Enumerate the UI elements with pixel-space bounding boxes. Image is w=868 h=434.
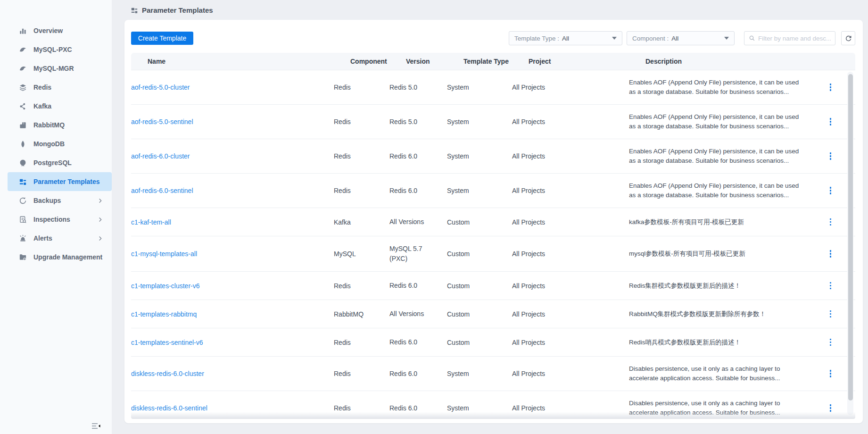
sidebar-menu: Overview MySQL-PXC MySQL-MGR Redis [0, 0, 112, 267]
kafka-icon [19, 102, 27, 110]
create-template-button[interactable]: Create Template [131, 32, 193, 45]
inspection-icon [19, 216, 27, 224]
caret-down-icon [612, 37, 617, 40]
component-cell: Redis [334, 282, 389, 290]
component-cell: MySQL [334, 250, 389, 258]
sidebar-item[interactable]: PostgreSQL [8, 153, 112, 172]
description-cell: Enables AOF (Append Only File) persisten… [629, 181, 806, 200]
component-cell: Redis [334, 187, 389, 194]
sidebar-item[interactable]: Parameter Templates [8, 172, 112, 191]
sidebar-item[interactable]: MySQL-MGR [8, 59, 112, 78]
component-cell: RabbitMQ [334, 310, 389, 318]
search-box [744, 31, 835, 45]
table-row: aof-redis-5.0-cluster Redis Redis 5.0 Sy… [131, 70, 855, 104]
template-name-link[interactable]: aof-redis-6.0-sentinel [131, 187, 193, 194]
description-cell: kafka参数模板-所有项目可用-模板已更新 [629, 217, 806, 227]
refresh-button[interactable] [841, 31, 855, 45]
row-actions-button[interactable] [826, 116, 835, 128]
row-actions-button[interactable] [826, 248, 835, 260]
vertical-scrollbar-thumb[interactable] [848, 74, 853, 401]
table-row: c1-kaf-tem-all Kafka All Versions Custom… [131, 208, 855, 236]
table-body: aof-redis-5.0-cluster Redis Redis 5.0 Sy… [131, 70, 855, 419]
template-name-link[interactable]: aof-redis-5.0-cluster [131, 83, 190, 91]
sidebar-item-label: PostgreSQL [33, 158, 72, 167]
row-actions-button[interactable] [826, 402, 835, 414]
table-row: c1-templates-rabbitmq RabbitMQ All Versi… [131, 300, 855, 328]
version-cell: All Versions [389, 309, 447, 319]
project-cell: All Projects [512, 282, 629, 290]
sidebar-item[interactable]: Redis [8, 78, 112, 97]
redis-icon [19, 83, 27, 92]
row-actions-button[interactable] [826, 308, 835, 320]
column-header-project: Project [529, 58, 645, 65]
caret-down-icon [724, 37, 729, 40]
row-actions-button[interactable] [826, 184, 835, 197]
mongodb-icon [19, 140, 27, 148]
row-actions-button[interactable] [826, 150, 835, 162]
template-type-cell: Custom [447, 310, 512, 318]
sidebar-item-label: Overview [33, 26, 63, 35]
template-type-cell: System [447, 118, 512, 125]
column-header-name: Name [148, 58, 350, 65]
chevron-right-icon [97, 235, 103, 242]
template-name-link[interactable]: diskless-redis-6.0-sentinel [131, 404, 207, 412]
vertical-scrollbar-track[interactable] [847, 72, 853, 415]
sidebar-item[interactable]: Upgrade Management [8, 248, 112, 267]
refresh-icon [845, 35, 852, 42]
breadcrumb: Parameter Templates [131, 6, 213, 14]
version-cell: All Versions [389, 217, 447, 227]
sidebar-item-label: Inspections [33, 215, 70, 224]
template-name-link[interactable]: c1-templates-sentinel-v6 [131, 339, 203, 346]
version-cell: MySQL 5.7 (PXC) [389, 244, 447, 264]
template-name-link[interactable]: diskless-redis-6.0-cluster [131, 370, 204, 377]
backup-icon [19, 197, 27, 205]
template-name-link[interactable]: aof-redis-5.0-sentinel [131, 118, 193, 125]
table-row: aof-redis-6.0-cluster Redis Redis 6.0 Sy… [131, 139, 855, 173]
template-name-link[interactable]: c1-templates-rabbitmq [131, 310, 197, 318]
sidebar-item[interactable]: Alerts [8, 229, 112, 248]
project-cell: All Projects [512, 218, 629, 226]
template-name-link[interactable]: c1-templates-cluster-v6 [131, 282, 200, 290]
row-actions-button[interactable] [826, 280, 835, 292]
component-cell: Redis [334, 118, 389, 125]
component-filter-dropdown[interactable]: Component : All [627, 31, 735, 45]
sidebar-item[interactable]: Kafka [8, 97, 112, 116]
project-cell: All Projects [512, 118, 629, 125]
sidebar-collapse-button[interactable] [91, 423, 103, 431]
component-cell: Redis [334, 404, 389, 412]
version-cell: Redis 6.0 [389, 151, 447, 161]
sidebar-item[interactable]: MySQL-PXC [8, 40, 112, 59]
chevron-right-icon [97, 198, 103, 204]
template-name-link[interactable]: aof-redis-6.0-cluster [131, 152, 190, 160]
postgres-icon [19, 159, 27, 167]
row-actions-button[interactable] [826, 216, 835, 228]
sidebar-item-label: Parameter Templates [33, 177, 100, 186]
row-actions-button[interactable] [826, 81, 835, 93]
row-actions-button[interactable] [826, 367, 835, 380]
rabbitmq-icon [19, 121, 27, 129]
template-type-cell: Custom [447, 282, 512, 290]
template-name-link[interactable]: c1-kaf-tem-all [131, 218, 171, 226]
description-cell: RabbitMQ集群模式参数模版更新删除所有参数！ [629, 309, 806, 319]
upgrade-icon [19, 253, 27, 261]
sidebar-item[interactable]: MongoDB [8, 134, 112, 153]
sidebar-item[interactable]: Overview [8, 21, 112, 40]
project-cell: All Projects [512, 152, 629, 160]
chevron-right-icon [97, 217, 103, 223]
version-cell: Redis 6.0 [389, 369, 447, 379]
content-card: Create Template Template Type : All Comp… [124, 20, 863, 423]
sidebar-item[interactable]: RabbitMQ [8, 116, 112, 134]
sidebar: Overview MySQL-PXC MySQL-MGR Redis [0, 0, 112, 434]
sidebar-item-label: Alerts [33, 234, 52, 243]
template-name-link[interactable]: c1-mysql-templates-all [131, 250, 197, 258]
row-actions-button[interactable] [826, 336, 835, 349]
sidebar-item[interactable]: Inspections [8, 210, 112, 229]
template-type-cell: System [447, 83, 512, 91]
version-cell: Redis 6.0 [389, 186, 447, 196]
search-input[interactable] [758, 35, 831, 42]
project-cell: All Projects [512, 187, 629, 194]
templates-table: Name Component Version Template Type Pro… [131, 53, 855, 419]
sidebar-item[interactable]: Backups [8, 191, 112, 210]
template-type-filter-dropdown[interactable]: Template Type : All [509, 31, 622, 45]
description-cell: Redis哨兵模式参数模版更新后的描述！ [629, 338, 806, 347]
